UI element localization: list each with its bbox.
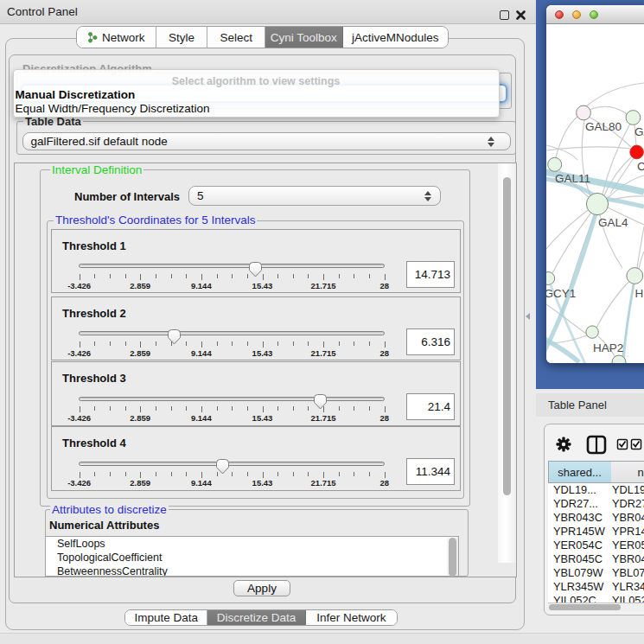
svg-text:GAL: GAL — [634, 125, 644, 138]
svg-text:GAL4: GAL4 — [598, 216, 628, 229]
svg-text:GAL11: GAL11 — [555, 172, 590, 185]
svg-text:HAP2: HAP2 — [593, 341, 623, 354]
svg-text:CR: CR — [637, 160, 644, 173]
svg-text:GCY1: GCY1 — [546, 287, 576, 300]
svg-text:GAL80: GAL80 — [585, 120, 622, 133]
svg-text:HIS: HIS — [635, 287, 644, 300]
